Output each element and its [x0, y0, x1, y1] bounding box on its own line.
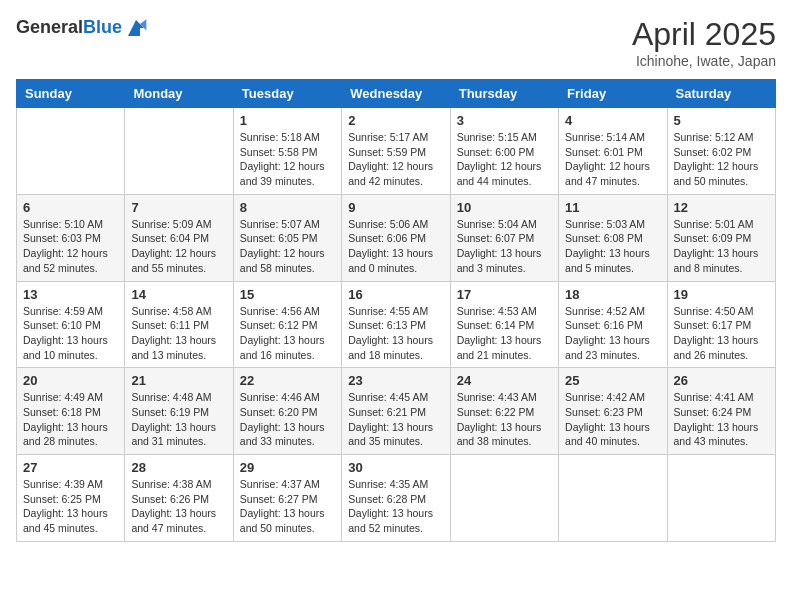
day-info: Sunrise: 5:14 AMSunset: 6:01 PMDaylight:… — [565, 130, 660, 189]
day-info: Sunrise: 4:46 AMSunset: 6:20 PMDaylight:… — [240, 390, 335, 449]
calendar-cell: 29Sunrise: 4:37 AMSunset: 6:27 PMDayligh… — [233, 455, 341, 542]
calendar-cell: 19Sunrise: 4:50 AMSunset: 6:17 PMDayligh… — [667, 281, 775, 368]
calendar-cell: 23Sunrise: 4:45 AMSunset: 6:21 PMDayligh… — [342, 368, 450, 455]
calendar-cell: 22Sunrise: 4:46 AMSunset: 6:20 PMDayligh… — [233, 368, 341, 455]
day-info: Sunrise: 5:12 AMSunset: 6:02 PMDaylight:… — [674, 130, 769, 189]
day-number: 23 — [348, 373, 443, 388]
day-info: Sunrise: 4:59 AMSunset: 6:10 PMDaylight:… — [23, 304, 118, 363]
title-block: April 2025 Ichinohe, Iwate, Japan — [632, 16, 776, 69]
day-number: 30 — [348, 460, 443, 475]
calendar-cell: 21Sunrise: 4:48 AMSunset: 6:19 PMDayligh… — [125, 368, 233, 455]
day-number: 21 — [131, 373, 226, 388]
calendar-cell — [17, 108, 125, 195]
day-number: 1 — [240, 113, 335, 128]
day-info: Sunrise: 4:43 AMSunset: 6:22 PMDaylight:… — [457, 390, 552, 449]
day-header-sunday: Sunday — [17, 80, 125, 108]
day-header-monday: Monday — [125, 80, 233, 108]
calendar-cell: 14Sunrise: 4:58 AMSunset: 6:11 PMDayligh… — [125, 281, 233, 368]
day-header-tuesday: Tuesday — [233, 80, 341, 108]
day-number: 19 — [674, 287, 769, 302]
location-subtitle: Ichinohe, Iwate, Japan — [632, 53, 776, 69]
calendar-cell: 18Sunrise: 4:52 AMSunset: 6:16 PMDayligh… — [559, 281, 667, 368]
day-number: 6 — [23, 200, 118, 215]
day-number: 27 — [23, 460, 118, 475]
day-number: 28 — [131, 460, 226, 475]
calendar-cell: 5Sunrise: 5:12 AMSunset: 6:02 PMDaylight… — [667, 108, 775, 195]
calendar-cell: 24Sunrise: 4:43 AMSunset: 6:22 PMDayligh… — [450, 368, 558, 455]
day-info: Sunrise: 4:50 AMSunset: 6:17 PMDaylight:… — [674, 304, 769, 363]
day-header-friday: Friday — [559, 80, 667, 108]
calendar-cell — [125, 108, 233, 195]
day-info: Sunrise: 4:53 AMSunset: 6:14 PMDaylight:… — [457, 304, 552, 363]
page-header: GeneralBlue April 2025 Ichinohe, Iwate, … — [16, 16, 776, 69]
day-info: Sunrise: 4:49 AMSunset: 6:18 PMDaylight:… — [23, 390, 118, 449]
week-row-5: 27Sunrise: 4:39 AMSunset: 6:25 PMDayligh… — [17, 455, 776, 542]
day-info: Sunrise: 4:38 AMSunset: 6:26 PMDaylight:… — [131, 477, 226, 536]
day-number: 16 — [348, 287, 443, 302]
calendar-cell: 27Sunrise: 4:39 AMSunset: 6:25 PMDayligh… — [17, 455, 125, 542]
calendar-cell: 30Sunrise: 4:35 AMSunset: 6:28 PMDayligh… — [342, 455, 450, 542]
calendar-cell: 11Sunrise: 5:03 AMSunset: 6:08 PMDayligh… — [559, 194, 667, 281]
calendar-cell: 17Sunrise: 4:53 AMSunset: 6:14 PMDayligh… — [450, 281, 558, 368]
day-number: 14 — [131, 287, 226, 302]
day-number: 8 — [240, 200, 335, 215]
calendar-cell: 25Sunrise: 4:42 AMSunset: 6:23 PMDayligh… — [559, 368, 667, 455]
svg-marker-1 — [140, 19, 146, 30]
day-number: 11 — [565, 200, 660, 215]
day-number: 22 — [240, 373, 335, 388]
day-number: 7 — [131, 200, 226, 215]
week-row-3: 13Sunrise: 4:59 AMSunset: 6:10 PMDayligh… — [17, 281, 776, 368]
day-info: Sunrise: 5:15 AMSunset: 6:00 PMDaylight:… — [457, 130, 552, 189]
calendar-cell — [450, 455, 558, 542]
day-info: Sunrise: 4:42 AMSunset: 6:23 PMDaylight:… — [565, 390, 660, 449]
day-number: 12 — [674, 200, 769, 215]
day-number: 3 — [457, 113, 552, 128]
logo-text: GeneralBlue — [16, 18, 122, 38]
calendar-cell: 13Sunrise: 4:59 AMSunset: 6:10 PMDayligh… — [17, 281, 125, 368]
day-number: 18 — [565, 287, 660, 302]
header-row: SundayMondayTuesdayWednesdayThursdayFrid… — [17, 80, 776, 108]
calendar-cell: 9Sunrise: 5:06 AMSunset: 6:06 PMDaylight… — [342, 194, 450, 281]
calendar-cell: 8Sunrise: 5:07 AMSunset: 6:05 PMDaylight… — [233, 194, 341, 281]
day-number: 20 — [23, 373, 118, 388]
week-row-1: 1Sunrise: 5:18 AMSunset: 5:58 PMDaylight… — [17, 108, 776, 195]
day-info: Sunrise: 5:09 AMSunset: 6:04 PMDaylight:… — [131, 217, 226, 276]
day-info: Sunrise: 5:03 AMSunset: 6:08 PMDaylight:… — [565, 217, 660, 276]
calendar-cell: 12Sunrise: 5:01 AMSunset: 6:09 PMDayligh… — [667, 194, 775, 281]
day-number: 29 — [240, 460, 335, 475]
day-info: Sunrise: 4:37 AMSunset: 6:27 PMDaylight:… — [240, 477, 335, 536]
calendar-cell — [667, 455, 775, 542]
day-info: Sunrise: 5:18 AMSunset: 5:58 PMDaylight:… — [240, 130, 335, 189]
day-info: Sunrise: 5:04 AMSunset: 6:07 PMDaylight:… — [457, 217, 552, 276]
day-info: Sunrise: 5:10 AMSunset: 6:03 PMDaylight:… — [23, 217, 118, 276]
calendar-cell: 4Sunrise: 5:14 AMSunset: 6:01 PMDaylight… — [559, 108, 667, 195]
day-number: 26 — [674, 373, 769, 388]
day-number: 2 — [348, 113, 443, 128]
calendar-cell: 15Sunrise: 4:56 AMSunset: 6:12 PMDayligh… — [233, 281, 341, 368]
calendar-cell: 28Sunrise: 4:38 AMSunset: 6:26 PMDayligh… — [125, 455, 233, 542]
logo-blue-text: Blue — [83, 17, 122, 37]
day-number: 25 — [565, 373, 660, 388]
day-info: Sunrise: 4:48 AMSunset: 6:19 PMDaylight:… — [131, 390, 226, 449]
logo-general: GeneralBlue — [16, 18, 122, 38]
calendar-cell: 2Sunrise: 5:17 AMSunset: 5:59 PMDaylight… — [342, 108, 450, 195]
day-header-saturday: Saturday — [667, 80, 775, 108]
calendar-cell: 3Sunrise: 5:15 AMSunset: 6:00 PMDaylight… — [450, 108, 558, 195]
day-number: 15 — [240, 287, 335, 302]
calendar-table: SundayMondayTuesdayWednesdayThursdayFrid… — [16, 79, 776, 542]
calendar-cell — [559, 455, 667, 542]
day-number: 17 — [457, 287, 552, 302]
day-info: Sunrise: 5:07 AMSunset: 6:05 PMDaylight:… — [240, 217, 335, 276]
day-number: 10 — [457, 200, 552, 215]
day-info: Sunrise: 4:41 AMSunset: 6:24 PMDaylight:… — [674, 390, 769, 449]
calendar-cell: 10Sunrise: 5:04 AMSunset: 6:07 PMDayligh… — [450, 194, 558, 281]
day-info: Sunrise: 4:35 AMSunset: 6:28 PMDaylight:… — [348, 477, 443, 536]
logo: GeneralBlue — [16, 16, 148, 40]
calendar-cell: 16Sunrise: 4:55 AMSunset: 6:13 PMDayligh… — [342, 281, 450, 368]
calendar-cell: 26Sunrise: 4:41 AMSunset: 6:24 PMDayligh… — [667, 368, 775, 455]
day-info: Sunrise: 4:55 AMSunset: 6:13 PMDaylight:… — [348, 304, 443, 363]
day-info: Sunrise: 4:39 AMSunset: 6:25 PMDaylight:… — [23, 477, 118, 536]
day-header-thursday: Thursday — [450, 80, 558, 108]
month-title: April 2025 — [632, 16, 776, 53]
day-info: Sunrise: 4:52 AMSunset: 6:16 PMDaylight:… — [565, 304, 660, 363]
